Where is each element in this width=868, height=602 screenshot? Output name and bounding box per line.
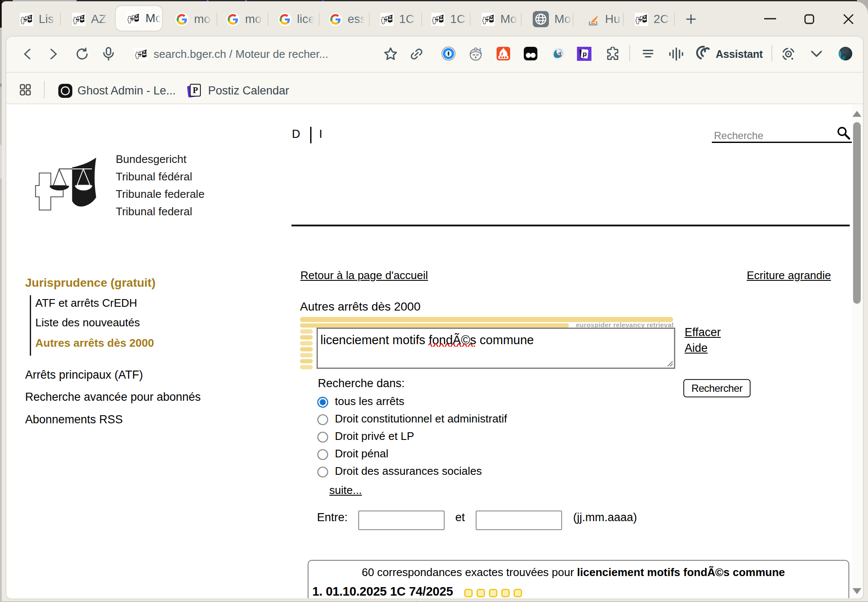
svg-text:z: z	[479, 46, 482, 51]
svg-text:P: P	[193, 86, 198, 95]
svg-text:p: p	[582, 50, 587, 58]
